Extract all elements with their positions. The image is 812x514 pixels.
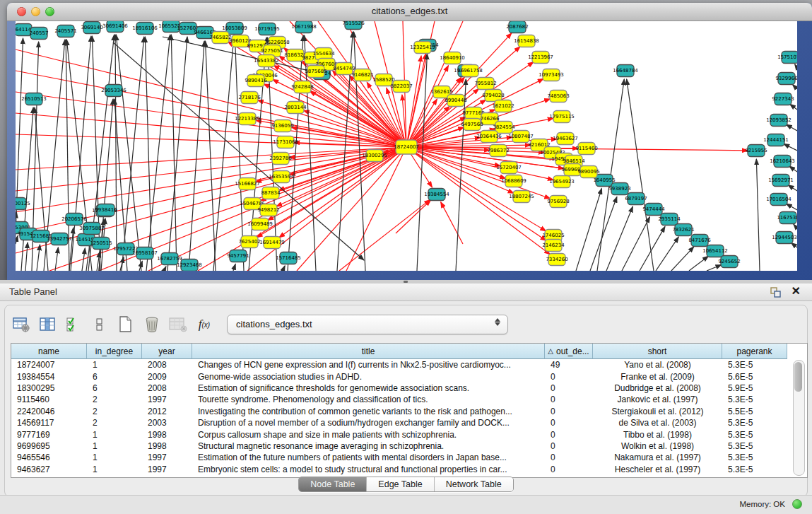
edge[interactable] <box>339 199 430 271</box>
edge[interactable] <box>16 236 18 244</box>
edge[interactable] <box>206 41 216 271</box>
edge[interactable] <box>55 247 58 271</box>
edge[interactable] <box>590 197 617 271</box>
node[interactable]: 9938416 <box>95 204 117 216</box>
float-panel-icon[interactable] <box>770 287 781 298</box>
selected-node[interactable]: 17975115 <box>549 111 575 123</box>
node[interactable]: 9329966 <box>775 73 797 85</box>
edge[interactable] <box>171 35 177 271</box>
node[interactable]: 1250515 <box>90 238 112 250</box>
column-header-short[interactable]: short <box>593 344 722 359</box>
node[interactable]: 2405571 <box>54 25 76 37</box>
selected-node[interactable]: 7334260 <box>546 254 567 266</box>
column-header-in_degree[interactable]: in_degree <box>87 344 142 359</box>
selected-node[interactable]: 8990448 <box>445 95 466 107</box>
node[interactable]: 10671988 <box>291 21 317 33</box>
divider-grip-icon[interactable] <box>404 281 408 283</box>
row-height-icon[interactable] <box>90 315 109 334</box>
column-header-out_de[interactable]: △out_de... <box>545 344 593 359</box>
table-row[interactable]: 1830029562008Estimation of significance … <box>11 382 807 394</box>
edge[interactable] <box>189 41 204 271</box>
close-panel-icon[interactable]: ✕ <box>792 285 801 298</box>
edge[interactable] <box>145 37 152 271</box>
node[interactable]: 7832621 <box>672 224 694 236</box>
window-titlebar[interactable]: citations_edges.txt <box>7 3 812 21</box>
selected-node[interactable]: 2718176 <box>238 92 261 104</box>
tab-node-table[interactable]: Node Table <box>299 477 367 491</box>
edge[interactable] <box>303 110 406 147</box>
node[interactable]: 15716485 <box>276 252 301 264</box>
node[interactable]: 26510513 <box>21 93 47 105</box>
edge[interactable] <box>790 104 797 110</box>
column-header-name[interactable]: name <box>11 344 87 359</box>
select-rows-icon[interactable] <box>64 315 83 334</box>
edge[interactable] <box>25 243 28 271</box>
edge[interactable] <box>786 124 797 131</box>
selected-node[interactable]: 16914479 <box>259 237 285 249</box>
edge[interactable] <box>656 237 678 271</box>
selected-node[interactable]: 9146821 <box>351 69 373 81</box>
table-row[interactable]: 1456911722003Disruption of a novel membe… <box>11 417 807 428</box>
selected-node[interactable]: 7465822 <box>209 32 231 44</box>
new-table-icon[interactable] <box>117 315 135 334</box>
selected-node[interactable]: 18640910 <box>440 52 465 64</box>
edge[interactable] <box>606 206 632 271</box>
selected-node[interactable]: 7625402 <box>238 236 260 248</box>
edge[interactable] <box>622 217 649 271</box>
tab-network-table[interactable]: Network Table <box>435 477 513 491</box>
edge[interactable] <box>640 226 665 271</box>
scrollbar-thumb[interactable] <box>794 362 802 392</box>
edge[interactable] <box>283 266 285 271</box>
selected-node[interactable]: 7485063 <box>547 90 569 103</box>
edge[interactable] <box>164 267 166 271</box>
selected-node[interactable]: 7986372 <box>487 145 509 157</box>
node[interactable]: 17016504 <box>766 194 792 206</box>
selected-node[interactable]: 2146234 <box>542 240 565 252</box>
hub-node[interactable]: 18724007 <box>394 140 419 154</box>
edge[interactable] <box>792 84 797 89</box>
selected-node[interactable]: 19654923 <box>549 176 575 188</box>
node[interactable]: 9227343 <box>772 93 794 105</box>
edge[interactable] <box>37 245 40 271</box>
delete-trash-icon[interactable] <box>143 315 161 334</box>
edge[interactable] <box>167 37 187 271</box>
node[interactable]: 8215955 <box>745 145 767 157</box>
edge[interactable] <box>789 166 797 172</box>
node[interactable]: 8471676 <box>688 235 711 247</box>
edge[interactable] <box>627 79 654 271</box>
selected-node[interactable]: 11731068 <box>273 136 298 148</box>
node[interactable]: 18916106 <box>132 23 158 35</box>
selected-node[interactable]: 5875685 <box>305 66 326 78</box>
table-row[interactable]: 969969511998Structural magnetic resonanc… <box>11 440 807 452</box>
node[interactable]: 2087682 <box>506 21 528 33</box>
selected-node[interactable]: 9890416 <box>245 75 267 87</box>
node[interactable]: 9245652 <box>718 256 740 268</box>
table-settings-icon[interactable] <box>12 315 30 334</box>
node[interactable]: 12944503 <box>772 232 797 244</box>
node[interactable]: 10719195 <box>254 23 280 35</box>
node[interactable]: 16648784 <box>613 65 638 77</box>
selected-node[interactable]: 16154838 <box>514 35 539 47</box>
table-row[interactable]: 911546021997Tourette syndrome. Phenomeno… <box>11 394 807 405</box>
edge[interactable] <box>795 64 797 68</box>
edge[interactable] <box>16 92 406 147</box>
column-header-year[interactable]: year <box>142 344 192 359</box>
edge[interactable] <box>233 264 235 271</box>
node[interactable]: 6879197 <box>625 193 647 205</box>
selected-node[interactable]: 9498212 <box>257 204 279 216</box>
edge[interactable] <box>707 265 722 271</box>
edge[interactable] <box>786 204 797 210</box>
node[interactable]: 30975887 <box>79 223 105 235</box>
selected-node[interactable]: 6497568 <box>461 119 483 131</box>
selected-node[interactable]: 9890095 <box>577 166 599 178</box>
edge[interactable] <box>213 37 234 271</box>
node[interactable]: 15751074 <box>777 52 797 64</box>
node[interactable]: 20206576 <box>61 214 87 226</box>
node[interactable]: 18500125 <box>16 198 30 210</box>
selected-node[interactable]: 19463627 <box>553 133 578 145</box>
edge[interactable] <box>456 79 466 271</box>
node[interactable]: 16210643 <box>770 156 795 168</box>
edge[interactable] <box>671 247 694 271</box>
table-row[interactable]: 946554611997Estimation of the future num… <box>11 452 807 463</box>
node[interactable]: 240557 <box>30 28 49 40</box>
